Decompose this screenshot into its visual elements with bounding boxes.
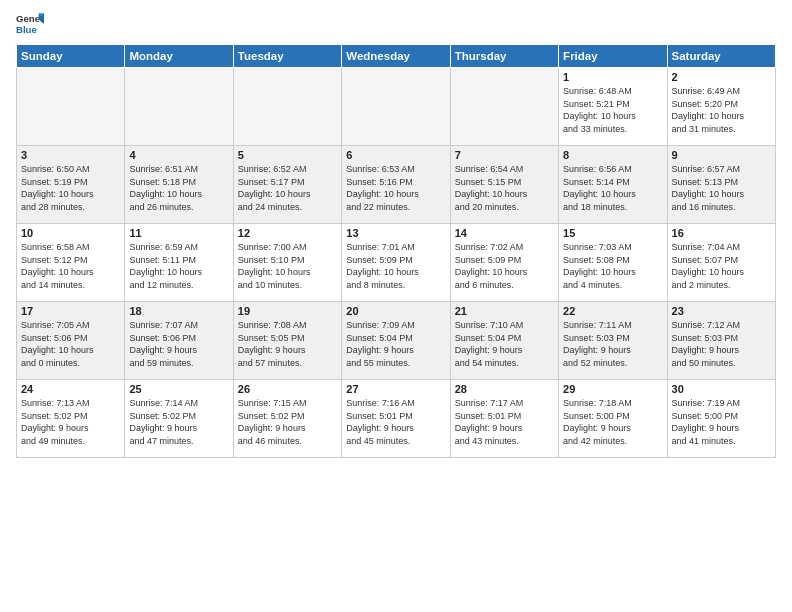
day-number: 7: [455, 149, 554, 161]
day-number: 15: [563, 227, 662, 239]
day-number: 25: [129, 383, 228, 395]
day-info: Sunrise: 7:02 AM Sunset: 5:09 PM Dayligh…: [455, 241, 554, 291]
week-row-4: 17Sunrise: 7:05 AM Sunset: 5:06 PM Dayli…: [17, 302, 776, 380]
table-cell: 22Sunrise: 7:11 AM Sunset: 5:03 PM Dayli…: [559, 302, 667, 380]
day-info: Sunrise: 6:48 AM Sunset: 5:21 PM Dayligh…: [563, 85, 662, 135]
table-cell: 20Sunrise: 7:09 AM Sunset: 5:04 PM Dayli…: [342, 302, 450, 380]
day-number: 21: [455, 305, 554, 317]
table-cell: [17, 68, 125, 146]
day-number: 5: [238, 149, 337, 161]
day-info: Sunrise: 7:16 AM Sunset: 5:01 PM Dayligh…: [346, 397, 445, 447]
day-number: 30: [672, 383, 771, 395]
day-number: 20: [346, 305, 445, 317]
table-cell: 13Sunrise: 7:01 AM Sunset: 5:09 PM Dayli…: [342, 224, 450, 302]
table-cell: 23Sunrise: 7:12 AM Sunset: 5:03 PM Dayli…: [667, 302, 775, 380]
day-number: 27: [346, 383, 445, 395]
table-cell: 5Sunrise: 6:52 AM Sunset: 5:17 PM Daylig…: [233, 146, 341, 224]
table-cell: 14Sunrise: 7:02 AM Sunset: 5:09 PM Dayli…: [450, 224, 558, 302]
table-cell: 16Sunrise: 7:04 AM Sunset: 5:07 PM Dayli…: [667, 224, 775, 302]
header: General Blue: [16, 10, 776, 38]
weekday-header-monday: Monday: [125, 45, 233, 68]
weekday-header-thursday: Thursday: [450, 45, 558, 68]
day-info: Sunrise: 7:19 AM Sunset: 5:00 PM Dayligh…: [672, 397, 771, 447]
table-cell: 18Sunrise: 7:07 AM Sunset: 5:06 PM Dayli…: [125, 302, 233, 380]
day-info: Sunrise: 6:54 AM Sunset: 5:15 PM Dayligh…: [455, 163, 554, 213]
weekday-header-friday: Friday: [559, 45, 667, 68]
day-info: Sunrise: 7:13 AM Sunset: 5:02 PM Dayligh…: [21, 397, 120, 447]
day-number: 24: [21, 383, 120, 395]
calendar: SundayMondayTuesdayWednesdayThursdayFrid…: [16, 44, 776, 458]
day-info: Sunrise: 7:00 AM Sunset: 5:10 PM Dayligh…: [238, 241, 337, 291]
table-cell: 26Sunrise: 7:15 AM Sunset: 5:02 PM Dayli…: [233, 380, 341, 458]
day-number: 9: [672, 149, 771, 161]
day-number: 10: [21, 227, 120, 239]
table-cell: 29Sunrise: 7:18 AM Sunset: 5:00 PM Dayli…: [559, 380, 667, 458]
day-number: 3: [21, 149, 120, 161]
day-number: 14: [455, 227, 554, 239]
day-number: 17: [21, 305, 120, 317]
day-info: Sunrise: 6:56 AM Sunset: 5:14 PM Dayligh…: [563, 163, 662, 213]
table-cell: 28Sunrise: 7:17 AM Sunset: 5:01 PM Dayli…: [450, 380, 558, 458]
table-cell: 4Sunrise: 6:51 AM Sunset: 5:18 PM Daylig…: [125, 146, 233, 224]
day-number: 2: [672, 71, 771, 83]
day-info: Sunrise: 7:05 AM Sunset: 5:06 PM Dayligh…: [21, 319, 120, 369]
day-info: Sunrise: 7:18 AM Sunset: 5:00 PM Dayligh…: [563, 397, 662, 447]
table-cell: [233, 68, 341, 146]
day-number: 22: [563, 305, 662, 317]
weekday-header-row: SundayMondayTuesdayWednesdayThursdayFrid…: [17, 45, 776, 68]
table-cell: 27Sunrise: 7:16 AM Sunset: 5:01 PM Dayli…: [342, 380, 450, 458]
day-info: Sunrise: 7:15 AM Sunset: 5:02 PM Dayligh…: [238, 397, 337, 447]
day-number: 19: [238, 305, 337, 317]
day-number: 12: [238, 227, 337, 239]
day-info: Sunrise: 7:14 AM Sunset: 5:02 PM Dayligh…: [129, 397, 228, 447]
svg-text:Blue: Blue: [16, 24, 37, 35]
table-cell: 24Sunrise: 7:13 AM Sunset: 5:02 PM Dayli…: [17, 380, 125, 458]
logo: General Blue: [16, 10, 44, 38]
table-cell: 11Sunrise: 6:59 AM Sunset: 5:11 PM Dayli…: [125, 224, 233, 302]
day-info: Sunrise: 7:08 AM Sunset: 5:05 PM Dayligh…: [238, 319, 337, 369]
table-cell: 17Sunrise: 7:05 AM Sunset: 5:06 PM Dayli…: [17, 302, 125, 380]
day-info: Sunrise: 7:03 AM Sunset: 5:08 PM Dayligh…: [563, 241, 662, 291]
day-number: 16: [672, 227, 771, 239]
week-row-5: 24Sunrise: 7:13 AM Sunset: 5:02 PM Dayli…: [17, 380, 776, 458]
table-cell: 25Sunrise: 7:14 AM Sunset: 5:02 PM Dayli…: [125, 380, 233, 458]
day-number: 4: [129, 149, 228, 161]
day-info: Sunrise: 6:50 AM Sunset: 5:19 PM Dayligh…: [21, 163, 120, 213]
week-row-3: 10Sunrise: 6:58 AM Sunset: 5:12 PM Dayli…: [17, 224, 776, 302]
day-info: Sunrise: 7:10 AM Sunset: 5:04 PM Dayligh…: [455, 319, 554, 369]
day-number: 26: [238, 383, 337, 395]
table-cell: 6Sunrise: 6:53 AM Sunset: 5:16 PM Daylig…: [342, 146, 450, 224]
table-cell: 30Sunrise: 7:19 AM Sunset: 5:00 PM Dayli…: [667, 380, 775, 458]
page: General Blue SundayMondayTuesdayWednesda…: [0, 0, 792, 612]
day-number: 1: [563, 71, 662, 83]
day-number: 18: [129, 305, 228, 317]
day-number: 13: [346, 227, 445, 239]
table-cell: 19Sunrise: 7:08 AM Sunset: 5:05 PM Dayli…: [233, 302, 341, 380]
day-info: Sunrise: 6:57 AM Sunset: 5:13 PM Dayligh…: [672, 163, 771, 213]
day-info: Sunrise: 6:53 AM Sunset: 5:16 PM Dayligh…: [346, 163, 445, 213]
day-info: Sunrise: 6:52 AM Sunset: 5:17 PM Dayligh…: [238, 163, 337, 213]
weekday-header-wednesday: Wednesday: [342, 45, 450, 68]
table-cell: 1Sunrise: 6:48 AM Sunset: 5:21 PM Daylig…: [559, 68, 667, 146]
day-number: 11: [129, 227, 228, 239]
table-cell: 3Sunrise: 6:50 AM Sunset: 5:19 PM Daylig…: [17, 146, 125, 224]
day-info: Sunrise: 7:07 AM Sunset: 5:06 PM Dayligh…: [129, 319, 228, 369]
day-info: Sunrise: 6:49 AM Sunset: 5:20 PM Dayligh…: [672, 85, 771, 135]
table-cell: 2Sunrise: 6:49 AM Sunset: 5:20 PM Daylig…: [667, 68, 775, 146]
day-info: Sunrise: 6:59 AM Sunset: 5:11 PM Dayligh…: [129, 241, 228, 291]
logo-icon: General Blue: [16, 10, 44, 38]
weekday-header-saturday: Saturday: [667, 45, 775, 68]
weekday-header-tuesday: Tuesday: [233, 45, 341, 68]
table-cell: 21Sunrise: 7:10 AM Sunset: 5:04 PM Dayli…: [450, 302, 558, 380]
table-cell: [450, 68, 558, 146]
table-cell: 15Sunrise: 7:03 AM Sunset: 5:08 PM Dayli…: [559, 224, 667, 302]
table-cell: [342, 68, 450, 146]
week-row-1: 1Sunrise: 6:48 AM Sunset: 5:21 PM Daylig…: [17, 68, 776, 146]
weekday-header-sunday: Sunday: [17, 45, 125, 68]
day-number: 28: [455, 383, 554, 395]
day-info: Sunrise: 7:11 AM Sunset: 5:03 PM Dayligh…: [563, 319, 662, 369]
table-cell: 7Sunrise: 6:54 AM Sunset: 5:15 PM Daylig…: [450, 146, 558, 224]
day-info: Sunrise: 7:09 AM Sunset: 5:04 PM Dayligh…: [346, 319, 445, 369]
table-cell: 12Sunrise: 7:00 AM Sunset: 5:10 PM Dayli…: [233, 224, 341, 302]
day-number: 29: [563, 383, 662, 395]
